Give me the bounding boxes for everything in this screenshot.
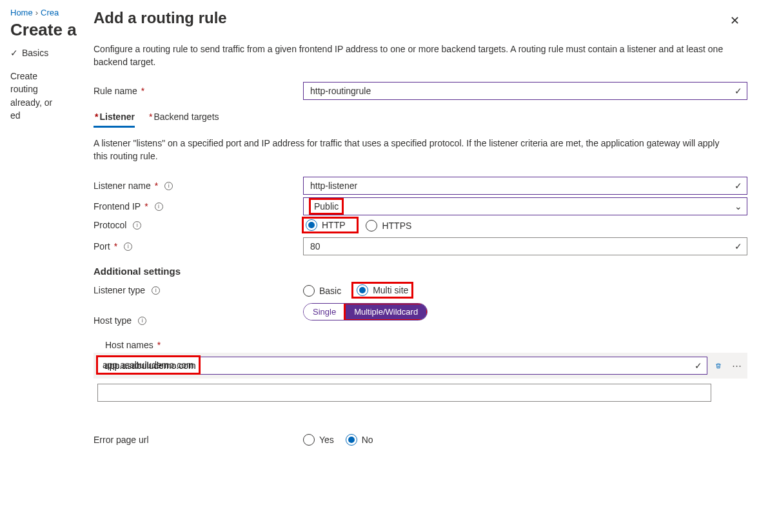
error-page-label: Error page url: [94, 435, 303, 445]
routing-rule-panel: Add a routing rule ✕ Configure a routing…: [79, 0, 759, 532]
protocol-https-radio[interactable]: HTTPS: [366, 220, 411, 232]
protocol-label: Protocol i: [94, 220, 303, 230]
info-icon[interactable]: i: [133, 221, 141, 230]
protocol-http-radio[interactable]: HTTP: [306, 219, 346, 231]
check-icon: ✓: [10, 48, 18, 58]
info-icon[interactable]: i: [138, 317, 146, 325]
info-icon[interactable]: i: [152, 286, 160, 295]
chevron-right-icon: ›: [35, 8, 38, 17]
page-description: Create routing already, or ed: [0, 70, 71, 122]
host-name-row: app.asabuludemo.com ✓ ⋯: [94, 353, 747, 379]
info-icon[interactable]: i: [155, 202, 163, 211]
panel-title: Add a routing rule: [94, 9, 747, 27]
listener-type-label: Listener type i: [94, 285, 303, 295]
error-page-yes-radio[interactable]: Yes: [303, 434, 334, 446]
breadcrumb-next[interactable]: Crea: [41, 8, 59, 17]
error-page-no-radio[interactable]: No: [346, 434, 373, 446]
wizard-step-basics[interactable]: ✓ Basics: [10, 48, 48, 58]
host-name-input[interactable]: [97, 357, 707, 375]
host-type-single[interactable]: Single: [304, 304, 345, 320]
frontend-ip-select[interactable]: Public: [303, 197, 747, 215]
breadcrumb-home[interactable]: Home: [10, 8, 33, 17]
host-type-toggle[interactable]: Single Multiple/Wildcard: [303, 303, 428, 320]
listener-name-label: Listener name* i: [94, 181, 303, 191]
panel-description: Configure a routing rule to send traffic…: [94, 43, 725, 69]
close-icon[interactable]: ✕: [726, 13, 744, 28]
additional-settings-header: Additional settings: [94, 266, 747, 277]
listener-type-multi-radio[interactable]: Multi site: [357, 284, 408, 296]
more-icon[interactable]: ⋯: [729, 359, 744, 373]
frontend-ip-label: Frontend IP* i: [94, 201, 303, 212]
listener-type-basic-radio[interactable]: Basic: [303, 285, 341, 297]
info-icon[interactable]: i: [124, 242, 132, 251]
listener-name-input[interactable]: [303, 177, 747, 195]
delete-icon[interactable]: [711, 359, 725, 373]
listener-description: A listener "listens" on a specified port…: [94, 137, 732, 163]
tab-listener[interactable]: *Listener: [94, 109, 135, 128]
port-input[interactable]: [303, 237, 747, 255]
host-type-multiple[interactable]: Multiple/Wildcard: [345, 304, 427, 320]
rule-name-label: Rule name*: [94, 86, 303, 96]
host-names-label: Host names*: [94, 340, 303, 350]
host-name-input-empty[interactable]: [97, 384, 711, 402]
tab-backend-targets[interactable]: *Backend targets: [148, 109, 219, 128]
info-icon[interactable]: i: [164, 182, 173, 190]
rule-name-input[interactable]: [303, 82, 747, 100]
port-label: Port* i: [94, 241, 303, 251]
host-type-label: Host type i: [94, 315, 303, 326]
